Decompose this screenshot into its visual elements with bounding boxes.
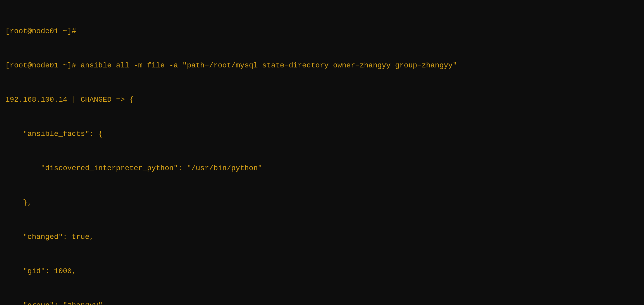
terminal-line-6: },: [5, 197, 639, 208]
terminal-line-1: [root@node01 ~]#: [5, 26, 639, 37]
terminal-line-5: "discovered_interpreter_python": "/usr/b…: [5, 163, 639, 174]
terminal-line-9: "group": "zhangyy",: [5, 300, 639, 305]
terminal-line-8: "gid": 1000,: [5, 265, 639, 277]
terminal-line-4: "ansible_facts": {: [5, 128, 639, 140]
terminal-output: [root@node01 ~]# [root@node01 ~]# ansibl…: [5, 3, 639, 305]
terminal-line-2: [root@node01 ~]# ansible all -m file -a …: [5, 60, 639, 71]
terminal-line-7: "changed": true,: [5, 231, 639, 243]
terminal-line-3: 192.168.100.14 | CHANGED => {: [5, 94, 639, 105]
